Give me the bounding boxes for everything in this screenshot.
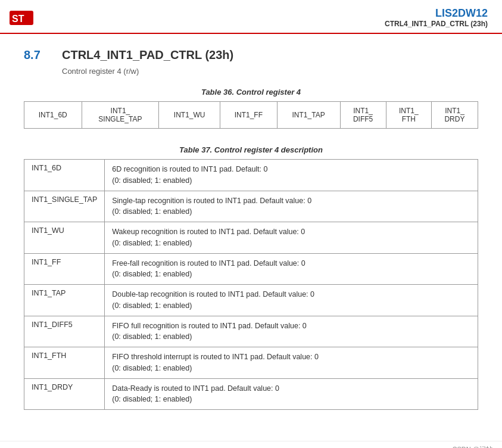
- content: 8.7 CTRL4_INT1_PAD_CTRL (23h) Control re…: [0, 34, 502, 441]
- field-desc-cell: 6D recognition is routed to INT1 pad. De…: [105, 160, 478, 191]
- table-row: INT1_WUWakeup recognition is routed to I…: [24, 222, 478, 254]
- table37-label: Table 37. Control register 4 description: [179, 145, 323, 154]
- table-row: INT1_DIFF5FIFO full recognition is route…: [24, 316, 478, 347]
- section-description: Control register 4 (r/w): [62, 67, 478, 76]
- field-name-cell: INT1_DIFF5: [24, 316, 105, 347]
- col-int1-drdy: INT1_DRDY: [431, 102, 478, 129]
- table36-wrapper: Table 36. Control register 4 INT1_6D INT…: [24, 88, 478, 129]
- col-int1-tap: INT1_TAP: [277, 102, 340, 129]
- st-logo: ST: [10, 8, 36, 27]
- field-desc-cell: FIFO full recognition is routed to INT1 …: [105, 316, 478, 347]
- field-name-cell: INT1_TAP: [24, 285, 105, 316]
- field-desc-cell: Data-Ready is routed to INT1 pad. Defaul…: [105, 378, 478, 410]
- col-int1-diff5: INT1_DIFF5: [340, 102, 386, 129]
- field-name-cell: INT1_FF: [24, 253, 105, 285]
- header: ST LIS2DW12 CTRL4_INT1_PAD_CTRL (23h): [0, 0, 502, 34]
- table-row: INT1_FFFree-fall recognition is routed t…: [24, 253, 478, 285]
- field-name-cell: INT1_FTH: [24, 347, 105, 379]
- section-heading: 8.7 CTRL4_INT1_PAD_CTRL (23h): [24, 48, 478, 62]
- register-name: CTRL4_INT1_PAD_CTRL (23h): [385, 20, 488, 28]
- col-int1-fth: INT1_FTH: [386, 102, 431, 129]
- header-right: LIS2DW12 CTRL4_INT1_PAD_CTRL (23h): [385, 7, 488, 28]
- field-desc-cell: Free-fall recognition is routed to INT1 …: [105, 253, 478, 285]
- field-desc-cell: FIFO threshold interrupt is routed to IN…: [105, 347, 478, 379]
- logo-container: ST: [10, 8, 36, 27]
- footer: CSDN @记帖: [0, 441, 502, 448]
- table-row: INT1_6D6D recognition is routed to INT1 …: [24, 160, 478, 191]
- page: ST LIS2DW12 CTRL4_INT1_PAD_CTRL (23h) 8.…: [0, 0, 502, 448]
- col-int1-wu: INT1_WU: [159, 102, 220, 129]
- table-row: INT1_FTHFIFO threshold interrupt is rout…: [24, 347, 478, 379]
- svg-text:ST: ST: [12, 14, 24, 24]
- table-row: INT1_SINGLE_TAPSingle-tap recognition is…: [24, 191, 478, 222]
- table-row: INT1_TAPDouble-tap recognition is routed…: [24, 285, 478, 316]
- field-name-cell: INT1_SINGLE_TAP: [24, 191, 105, 222]
- chip-name: LIS2DW12: [385, 7, 488, 20]
- table37-wrapper: Table 37. Control register 4 description…: [24, 145, 478, 410]
- col-int1-6d: INT1_6D: [24, 102, 82, 129]
- table36-title: Table 36. Control register 4: [24, 88, 478, 97]
- bit-fields-row: INT1_6D INT1_SINGLE_TAP INT1_WU INT1_FF …: [24, 102, 478, 129]
- field-name-cell: INT1_6D: [24, 160, 105, 191]
- section-title: CTRL4_INT1_PAD_CTRL (23h): [62, 48, 233, 62]
- table-row: INT1_DRDYData-Ready is routed to INT1 pa…: [24, 378, 478, 410]
- field-desc-cell: Single-tap recognition is routed to INT1…: [105, 191, 478, 222]
- field-name-cell: INT1_WU: [24, 222, 105, 254]
- col-int1-single-tap: INT1_SINGLE_TAP: [82, 102, 159, 129]
- field-desc-cell: Double-tap recognition is routed to INT1…: [105, 285, 478, 316]
- description-table: INT1_6D6D recognition is routed to INT1 …: [24, 159, 478, 410]
- section-number: 8.7: [24, 48, 48, 62]
- bit-fields-table: INT1_6D INT1_SINGLE_TAP INT1_WU INT1_FF …: [24, 101, 478, 129]
- table37-title: Table 37. Control register 4 description: [24, 145, 478, 154]
- footer-text: CSDN @记帖: [453, 446, 492, 448]
- table36-label: Table 36. Control register 4: [201, 88, 301, 97]
- field-name-cell: INT1_DRDY: [24, 378, 105, 410]
- col-int1-ff: INT1_FF: [220, 102, 277, 129]
- field-desc-cell: Wakeup recognition is routed to INT1 pad…: [105, 222, 478, 254]
